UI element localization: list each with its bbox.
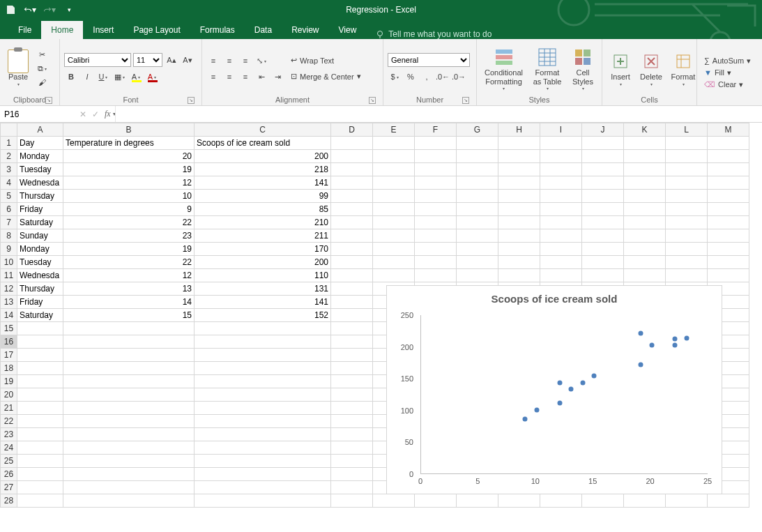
- tab-data[interactable]: Data: [245, 21, 282, 39]
- cell[interactable]: [331, 163, 373, 176]
- cell[interactable]: [708, 494, 749, 508]
- cell[interactable]: [17, 455, 63, 468]
- tab-review[interactable]: Review: [282, 21, 328, 39]
- cell[interactable]: 131: [195, 282, 331, 296]
- cell[interactable]: [195, 428, 331, 441]
- cell[interactable]: [624, 494, 666, 508]
- cell[interactable]: [624, 190, 666, 203]
- row-header[interactable]: 16: [1, 335, 17, 349]
- tab-page-layout[interactable]: Page Layout: [123, 21, 190, 39]
- clipboard-dialog-launcher[interactable]: ↘: [45, 97, 52, 104]
- cell[interactable]: [415, 163, 457, 176]
- cell[interactable]: [540, 494, 582, 508]
- cell[interactable]: [373, 163, 415, 176]
- cell[interactable]: [195, 322, 331, 335]
- cell[interactable]: [540, 256, 582, 269]
- font-name-select[interactable]: Calibri: [64, 53, 131, 67]
- cell[interactable]: [540, 150, 582, 163]
- cell[interactable]: [195, 375, 331, 388]
- cell[interactable]: [373, 243, 415, 256]
- cell[interactable]: 110: [195, 269, 331, 282]
- cut-icon[interactable]: ✂: [35, 48, 49, 61]
- column-header[interactable]: B: [63, 123, 195, 137]
- cell[interactable]: [708, 269, 749, 282]
- cell[interactable]: [666, 229, 708, 243]
- cell[interactable]: [373, 216, 415, 229]
- cell[interactable]: [63, 375, 195, 388]
- cell[interactable]: [17, 481, 63, 494]
- cell[interactable]: [708, 137, 749, 150]
- cell[interactable]: [373, 137, 415, 150]
- cell-styles-button[interactable]: Cell Styles▾: [568, 42, 597, 95]
- cell[interactable]: [666, 494, 708, 508]
- cell[interactable]: Saturday: [17, 309, 63, 322]
- cell[interactable]: [331, 428, 373, 441]
- cell[interactable]: [331, 243, 373, 256]
- cell[interactable]: [63, 349, 195, 362]
- cell[interactable]: [624, 269, 666, 282]
- cell[interactable]: [708, 163, 749, 176]
- cell[interactable]: [415, 190, 457, 203]
- cell[interactable]: [195, 335, 331, 349]
- cell[interactable]: [331, 455, 373, 468]
- cell[interactable]: [195, 388, 331, 402]
- row-header[interactable]: 23: [1, 428, 17, 441]
- cell[interactable]: [195, 402, 331, 415]
- cell[interactable]: [331, 335, 373, 349]
- cell[interactable]: [624, 163, 666, 176]
- align-left-icon[interactable]: ≡: [206, 70, 220, 83]
- row-header[interactable]: 5: [1, 190, 17, 203]
- cell[interactable]: 141: [195, 176, 331, 190]
- cell[interactable]: [415, 269, 457, 282]
- cell[interactable]: [63, 415, 195, 428]
- cell[interactable]: Tuesday: [17, 256, 63, 269]
- row-header[interactable]: 15: [1, 322, 17, 335]
- cell[interactable]: [331, 388, 373, 402]
- cell[interactable]: [195, 455, 331, 468]
- column-header[interactable]: J: [582, 123, 624, 137]
- cell[interactable]: Sunday: [17, 229, 63, 243]
- cell[interactable]: [624, 203, 666, 216]
- cell[interactable]: [63, 335, 195, 349]
- cell[interactable]: 85: [195, 203, 331, 216]
- cell[interactable]: [457, 229, 498, 243]
- cell[interactable]: [63, 455, 195, 468]
- tab-view[interactable]: View: [329, 21, 367, 39]
- clear-button[interactable]: ⌫Clear▾: [701, 79, 754, 90]
- cell[interactable]: [195, 415, 331, 428]
- cell[interactable]: [457, 176, 498, 190]
- cell[interactable]: [373, 176, 415, 190]
- cell[interactable]: [415, 176, 457, 190]
- cell[interactable]: [195, 441, 331, 455]
- insert-cells-button[interactable]: Insert▾: [607, 42, 634, 95]
- cell[interactable]: Scoops of ice cream sold: [195, 137, 331, 150]
- cell[interactable]: 99: [195, 190, 331, 203]
- cell[interactable]: [331, 282, 373, 296]
- cell[interactable]: [498, 269, 540, 282]
- paste-button[interactable]: Paste▾: [4, 42, 32, 95]
- redo-icon[interactable]: ▾: [43, 3, 56, 16]
- cell[interactable]: [708, 176, 749, 190]
- cell[interactable]: [624, 150, 666, 163]
- copy-icon[interactable]: ⧉▾: [35, 62, 49, 75]
- cell[interactable]: [17, 335, 63, 349]
- cell[interactable]: [373, 494, 415, 508]
- cell[interactable]: [540, 229, 582, 243]
- row-header[interactable]: 13: [1, 296, 17, 309]
- cell[interactable]: [331, 481, 373, 494]
- percent-button[interactable]: %: [404, 70, 418, 83]
- qat-customize-icon[interactable]: ▾: [63, 3, 75, 16]
- cell[interactable]: [708, 203, 749, 216]
- formula-input[interactable]: [116, 106, 762, 122]
- cell[interactable]: [373, 150, 415, 163]
- cell[interactable]: [457, 256, 498, 269]
- cell[interactable]: [17, 402, 63, 415]
- cell[interactable]: [63, 494, 195, 508]
- row-header[interactable]: 17: [1, 349, 17, 362]
- format-painter-icon[interactable]: 🖌: [35, 76, 49, 89]
- cell[interactable]: 210: [195, 216, 331, 229]
- column-header[interactable]: H: [498, 123, 540, 137]
- row-header[interactable]: 9: [1, 243, 17, 256]
- select-all-button[interactable]: [1, 123, 17, 137]
- cell[interactable]: [331, 322, 373, 335]
